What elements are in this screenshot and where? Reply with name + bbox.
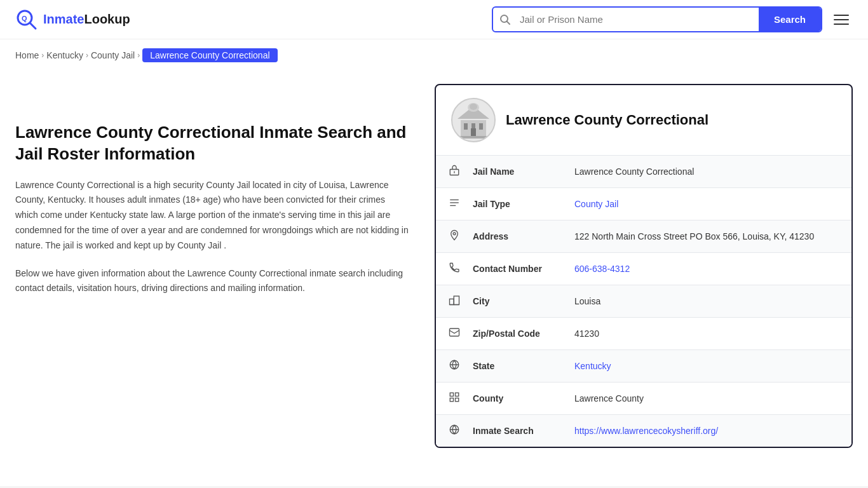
info-value[interactable]: https://www.lawrencecokysheriff.org/ xyxy=(562,415,851,447)
inmate-search-icon xyxy=(436,415,460,447)
page-description-1: Lawrence County Correctional is a high s… xyxy=(15,178,409,254)
table-row: Contact Number606-638-4312 xyxy=(436,253,851,285)
svg-rect-24 xyxy=(450,329,459,336)
facility-info-table: Jail NameLawrence County CorrectionalJai… xyxy=(436,156,851,447)
zip-icon xyxy=(436,318,460,350)
page-title: Lawrence County Correctional Inmate Sear… xyxy=(15,122,409,165)
svg-rect-11 xyxy=(471,128,476,136)
table-row: StateKentucky xyxy=(436,350,851,383)
breadcrumb-sep-1: › xyxy=(41,51,44,60)
table-row: CityLouisa xyxy=(436,285,851,318)
info-value: 41230 xyxy=(562,318,851,350)
table-row: Jail NameLawrence County Correctional xyxy=(436,156,851,188)
search-bar: Search xyxy=(492,6,822,32)
info-label: City xyxy=(460,285,562,318)
search-button[interactable]: Search xyxy=(759,8,821,31)
jail-icon xyxy=(436,156,460,188)
svg-point-20 xyxy=(453,233,456,235)
facility-info-card: Lawrence County Correctional Jail NameLa… xyxy=(435,84,853,448)
logo-text: InmateLookup xyxy=(43,12,130,27)
facility-avatar xyxy=(451,98,496,142)
info-label: Zip/Postal Code xyxy=(460,318,562,350)
info-label: State xyxy=(460,350,562,383)
table-row: CountyLawrence County xyxy=(436,383,851,415)
info-label: County xyxy=(460,383,562,415)
search-input[interactable] xyxy=(517,8,759,31)
svg-rect-7 xyxy=(464,123,468,130)
county-icon xyxy=(436,383,460,415)
info-value[interactable]: Kentucky xyxy=(562,350,851,383)
address-icon xyxy=(436,220,460,253)
info-value[interactable]: County Jail xyxy=(562,188,851,220)
search-bar-icon xyxy=(493,14,517,25)
svg-rect-5 xyxy=(458,136,489,139)
svg-point-14 xyxy=(470,104,477,110)
svg-rect-29 xyxy=(450,398,453,402)
right-column: Lawrence County Correctional Jail NameLa… xyxy=(435,84,853,448)
menu-button[interactable] xyxy=(830,11,853,29)
svg-text:Q: Q xyxy=(22,15,27,22)
svg-line-4 xyxy=(507,21,510,24)
table-row: Inmate Searchhttps://www.lawrencecokyshe… xyxy=(436,415,851,447)
breadcrumb-current: Lawrence County Correctional xyxy=(142,48,277,62)
info-label: Inmate Search xyxy=(460,415,562,447)
phone-icon xyxy=(436,253,460,285)
svg-rect-21 xyxy=(450,299,454,305)
breadcrumb-sep-2: › xyxy=(86,51,88,60)
info-value: Louisa xyxy=(562,285,851,318)
city-icon xyxy=(436,285,460,318)
left-column: Lawrence County Correctional Inmate Sear… xyxy=(15,84,435,448)
logo-icon: Q xyxy=(15,8,38,31)
info-value: Lawrence County Correctional xyxy=(562,156,851,188)
info-label: Jail Type xyxy=(460,188,562,220)
facility-building-icon xyxy=(454,101,492,139)
info-label: Contact Number xyxy=(460,253,562,285)
logo-link[interactable]: Q InmateLookup xyxy=(15,8,130,31)
svg-rect-28 xyxy=(456,393,459,396)
main-content: Lawrence County Correctional Inmate Sear… xyxy=(0,71,868,473)
breadcrumb-state[interactable]: Kentucky xyxy=(46,50,83,60)
table-row: Address122 North Main Cross Street PO Bo… xyxy=(436,220,851,253)
facility-name-heading: Lawrence County Correctional xyxy=(506,112,709,128)
breadcrumb: Home › Kentucky › County Jail › Lawrence… xyxy=(0,39,868,71)
table-row: Zip/Postal Code41230 xyxy=(436,318,851,350)
svg-rect-22 xyxy=(454,296,459,305)
info-value: 122 North Main Cross Street PO Box 566, … xyxy=(562,220,851,253)
page-description-2: Below we have given information about th… xyxy=(15,266,409,297)
info-value: Lawrence County xyxy=(562,383,851,415)
svg-rect-27 xyxy=(450,393,453,396)
header-right: Search xyxy=(492,6,853,32)
breadcrumb-home[interactable]: Home xyxy=(15,50,39,60)
card-header: Lawrence County Correctional xyxy=(436,85,851,156)
table-row: Jail TypeCounty Jail xyxy=(436,188,851,220)
svg-rect-30 xyxy=(456,398,459,402)
header: Q InmateLookup Search xyxy=(0,0,868,39)
svg-rect-9 xyxy=(479,123,483,130)
state-icon xyxy=(436,350,460,383)
info-label: Address xyxy=(460,220,562,253)
breadcrumb-category[interactable]: County Jail xyxy=(91,50,135,60)
type-icon xyxy=(436,188,460,220)
info-value[interactable]: 606-638-4312 xyxy=(562,253,851,285)
svg-line-1 xyxy=(30,23,36,29)
info-label: Jail Name xyxy=(460,156,562,188)
breadcrumb-sep-3: › xyxy=(137,51,140,60)
